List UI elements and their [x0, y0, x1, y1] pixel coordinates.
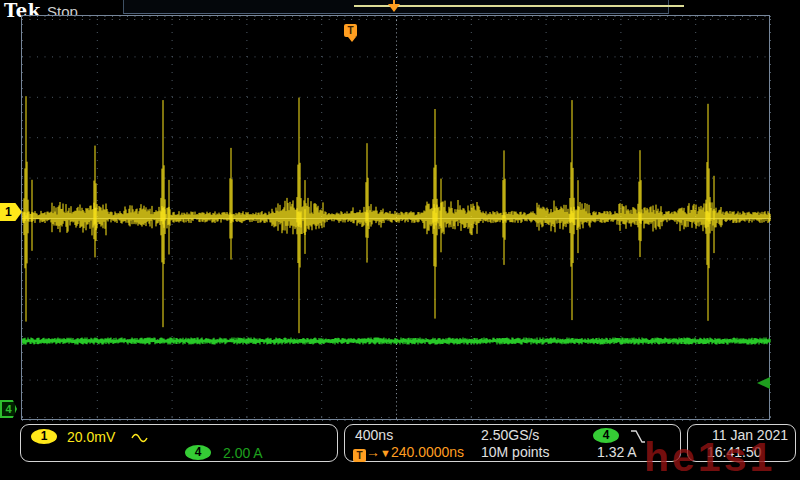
horizontal-trigger-readout-panel[interactable]: 400ns T→▼240.0000ns 2.50GS/s 10M points …	[344, 424, 681, 462]
falling-edge-icon	[629, 429, 647, 444]
ch1-scale[interactable]: 20.0mV	[67, 429, 115, 445]
time-label: 16:41:50	[707, 444, 762, 460]
record-length: 10M points	[481, 444, 549, 460]
record-view-line	[354, 5, 684, 7]
trigger-delay-value: 240.0000ns	[391, 444, 464, 460]
sample-rate: 2.50GS/s	[481, 427, 539, 443]
clock-panel: 11 Jan 2021 16:41:50	[687, 424, 796, 462]
trigger-delay-readout[interactable]: T→▼240.0000ns	[353, 444, 464, 462]
horizontal-scale[interactable]: 400ns	[355, 427, 393, 443]
trigger-level[interactable]: 1.32 A	[597, 444, 637, 460]
oscilloscope-screen: Tek Stop T 1 4 1 20.0mV 4 2.00 A 400ns T…	[0, 0, 800, 480]
ac-coupling-icon	[131, 433, 148, 443]
trigger-point-flag-tail-icon	[348, 37, 356, 42]
trigger-position-arrow-icon[interactable]	[388, 4, 400, 12]
ch4-position-marker[interactable]: 4	[0, 400, 17, 418]
delay-marker-icon: ▼	[380, 447, 391, 459]
vertical-readout-panel[interactable]: 1 20.0mV 4 2.00 A	[20, 424, 338, 462]
trigger-delay-t-icon: T	[353, 449, 366, 462]
ch4-badge[interactable]: 4	[185, 445, 211, 460]
trigger-source-badge[interactable]: 4	[593, 428, 619, 443]
ch1-badge[interactable]: 1	[31, 429, 57, 444]
waveform-display[interactable]	[22, 16, 771, 421]
date-label: 11 Jan 2021	[712, 427, 788, 443]
ch1-position-marker[interactable]: 1	[0, 203, 22, 221]
trigger-point-flag[interactable]: T	[344, 24, 357, 37]
graticule[interactable]	[21, 15, 770, 420]
ch4-scale[interactable]: 2.00 A	[223, 445, 263, 461]
delay-arrow-icon: →	[366, 444, 380, 460]
